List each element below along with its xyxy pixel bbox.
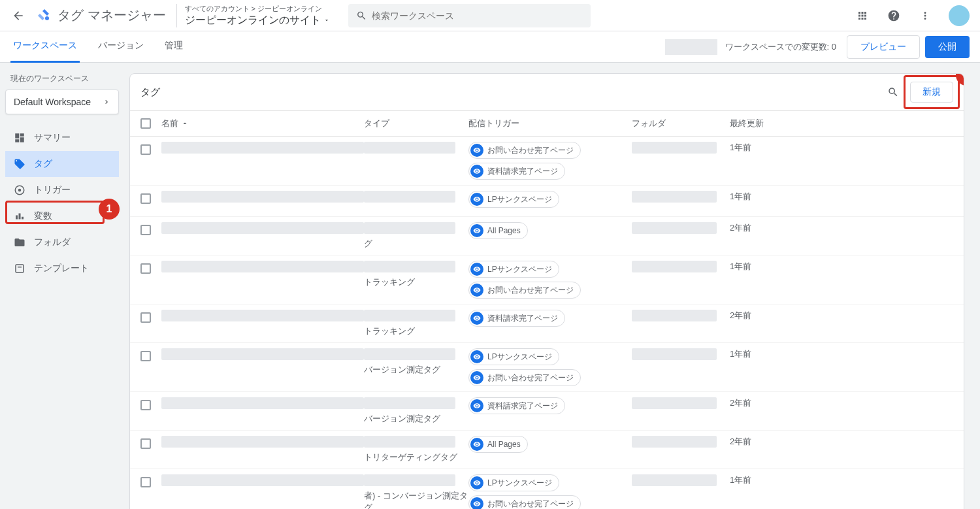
template-icon <box>13 262 26 275</box>
trigger-chip[interactable]: お問い合わせ完了ページ <box>468 495 581 509</box>
account-name: ジーピーオンラインのサイト <box>185 14 330 27</box>
tag-name-redacted <box>161 436 364 448</box>
select-all-checkbox[interactable] <box>140 118 151 129</box>
row-checkbox[interactable] <box>140 351 151 361</box>
trigger-chip[interactable]: 資料請求完了ページ <box>468 163 565 180</box>
more-button[interactable] <box>912 3 938 29</box>
tag-type-redacted <box>364 142 455 154</box>
header-actions <box>844 3 975 29</box>
search-box[interactable] <box>348 4 591 27</box>
folder-icon <box>13 236 26 249</box>
trigger-chip[interactable]: 資料請求完了ページ <box>468 310 565 327</box>
trigger-label: LPサンクスページ <box>487 352 552 363</box>
pageview-icon <box>470 438 483 451</box>
trigger-label: お問い合わせ完了ページ <box>487 285 574 296</box>
topnav-tab-1[interactable]: バージョン <box>95 31 146 63</box>
topnav-tab-0[interactable]: ワークスペース <box>10 31 80 63</box>
topnav-tab-2[interactable]: 管理 <box>162 31 186 63</box>
account-name-text: ジーピーオンラインのサイト <box>185 14 321 27</box>
table-row[interactable]: グAll Pages2年前 <box>130 217 964 255</box>
tag-type-partial: グ <box>364 238 468 250</box>
search-input[interactable] <box>372 10 583 21</box>
user-avatar[interactable] <box>949 5 970 26</box>
tags-card: タグ 新規 2 名前 タイプ <box>129 73 964 509</box>
main: タグ 新規 2 名前 タイプ <box>124 63 980 509</box>
row-checkbox[interactable] <box>140 193 151 204</box>
publish-button[interactable]: 公開 <box>925 36 970 58</box>
col-name[interactable]: 名前 <box>161 118 364 129</box>
workspace-selector[interactable]: Default Workspace <box>5 90 119 114</box>
table-row[interactable]: トラッキング資料請求完了ページ2年前 <box>130 304 964 343</box>
row-checkbox[interactable] <box>140 438 151 449</box>
new-tag-button[interactable]: 新規 <box>910 82 953 103</box>
tag-type-redacted <box>364 436 455 448</box>
col-folder-label[interactable]: フォルダ <box>632 118 730 129</box>
sidebar-item-bars[interactable]: 変数 <box>5 203 119 229</box>
trigger-chip[interactable]: 資料請求完了ページ <box>468 397 565 414</box>
sidebar-item-dashboard[interactable]: サマリー <box>5 125 119 151</box>
last-updated: 1年前 <box>730 349 751 359</box>
help-button[interactable] <box>881 3 907 29</box>
trigger-chip[interactable]: お問い合わせ完了ページ <box>468 369 581 386</box>
sidebar-heading: 現在のワークスペース <box>5 71 119 90</box>
row-checkbox[interactable] <box>140 225 151 235</box>
trigger-chip[interactable]: LPサンクスページ <box>468 348 559 365</box>
trigger-chip[interactable]: お問い合わせ完了ページ <box>468 282 581 299</box>
body: 現在のワークスペース Default Workspace サマリータグトリガー変… <box>0 63 980 509</box>
svg-point-0 <box>45 16 49 20</box>
pageview-icon <box>470 371 483 384</box>
tag-type-partial: トラッキング <box>364 325 468 337</box>
trigger-chip[interactable]: LPサンクスページ <box>468 261 559 278</box>
row-checkbox[interactable] <box>140 144 151 155</box>
trigger-chip[interactable]: お問い合わせ完了ページ <box>468 142 581 159</box>
table-row[interactable]: LPサンクスページ1年前 <box>130 186 964 217</box>
table-row[interactable]: 者) - コンバージョン測定タグLPサンクスページお問い合わせ完了ページ1年前 <box>130 469 964 509</box>
trigger-label: 資料請求完了ページ <box>487 166 558 177</box>
table-row[interactable]: バージョン測定タグLPサンクスページお問い合わせ完了ページ1年前 <box>130 343 964 392</box>
table-row[interactable]: トラッキングLPサンクスページお問い合わせ完了ページ1年前 <box>130 255 964 304</box>
sidebar-item-tag[interactable]: タグ <box>5 151 119 177</box>
container-id-placeholder <box>665 39 717 55</box>
tag-icon <box>13 157 26 171</box>
row-checkbox[interactable] <box>140 263 151 274</box>
tag-type-redacted <box>364 397 455 409</box>
trigger-chip[interactable]: LPサンクスページ <box>468 474 559 491</box>
apps-button[interactable] <box>849 3 875 29</box>
last-updated: 1年前 <box>730 261 751 271</box>
sidebar-item-folder[interactable]: フォルダ <box>5 229 119 255</box>
tag-type-redacted <box>364 348 455 360</box>
table-row[interactable]: トリターゲティングタグAll Pages2年前 <box>130 431 964 469</box>
row-checkbox[interactable] <box>140 400 151 410</box>
tag-type-partial: トラッキング <box>364 276 468 288</box>
sidebar-item-target[interactable]: トリガー <box>5 177 119 203</box>
row-checkbox[interactable] <box>140 312 151 323</box>
account-path: すべてのアカウント > ジーピーオンライン <box>185 4 330 14</box>
table-row[interactable]: バージョン測定タグ資料請求完了ページ2年前 <box>130 392 964 431</box>
trigger-chip[interactable]: LPサンクスページ <box>468 191 559 208</box>
sidebar-item-template[interactable]: テンプレート <box>5 255 119 282</box>
col-trigger-label[interactable]: 配信トリガー <box>468 118 632 129</box>
trigger-chip[interactable]: All Pages <box>468 436 528 453</box>
trigger-label: LPサンクスページ <box>487 478 552 489</box>
row-checkbox[interactable] <box>140 477 151 487</box>
account-switcher[interactable]: すべてのアカウント > ジーピーオンライン ジーピーオンラインのサイト <box>176 4 338 27</box>
pageview-icon <box>470 476 483 489</box>
folder-redacted <box>632 474 717 486</box>
trigger-chip[interactable]: All Pages <box>468 222 528 239</box>
table-row[interactable]: お問い合わせ完了ページ資料請求完了ページ1年前 <box>130 137 964 186</box>
folder-redacted <box>632 142 717 154</box>
apps-icon <box>857 10 868 22</box>
folder-redacted <box>632 348 717 360</box>
workspace-changes-count: ワークスペースでの変更数: 0 <box>725 41 836 53</box>
tag-name-redacted <box>161 397 364 409</box>
table-search-button[interactable] <box>884 83 902 101</box>
preview-button[interactable]: プレビュー <box>847 35 920 59</box>
svg-point-2 <box>18 189 22 192</box>
back-arrow[interactable] <box>5 3 31 29</box>
tag-name-redacted <box>161 191 364 203</box>
col-type-label[interactable]: タイプ <box>364 118 468 129</box>
sidebar-item-label: タグ <box>34 158 52 170</box>
svg-rect-4 <box>18 267 22 268</box>
trigger-label: All Pages <box>487 440 521 449</box>
col-updated-label[interactable]: 最終更新 <box>730 118 953 129</box>
